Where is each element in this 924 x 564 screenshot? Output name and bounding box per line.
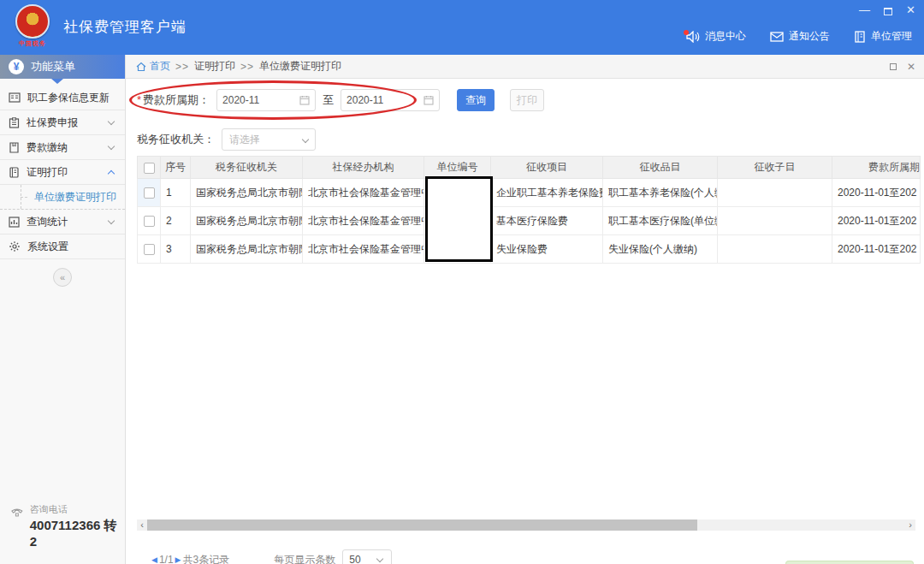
col-agency: 社保经办机构 bbox=[303, 157, 424, 179]
bookmark-icon bbox=[9, 142, 20, 153]
col-period: 费款所属期 bbox=[832, 157, 921, 179]
period-from-input[interactable]: 2020-11 bbox=[216, 89, 316, 111]
col-levy-project: 征收项目 bbox=[491, 157, 603, 179]
cell-seq: 1 bbox=[161, 179, 191, 207]
chevron-down-icon bbox=[302, 136, 309, 143]
scroll-right-arrow[interactable]: › bbox=[905, 519, 915, 531]
breadcrumb: 首页 >> 证明打印 >> 单位缴费证明打印 ✕ bbox=[126, 55, 924, 79]
table-row[interactable]: 2 国家税务总局北京市朝阳区... 北京市社会保险基金管理中... 基本医疗保险… bbox=[138, 207, 921, 235]
envelope-icon bbox=[770, 32, 784, 42]
col-tax-office: 税务征收机关 bbox=[191, 157, 303, 179]
sidebar: ¥ 功能菜单 职工参保信息更新 社保费申报 费款缴纳 bbox=[0, 55, 126, 564]
unit-management-button[interactable]: 单位管理 bbox=[854, 29, 912, 44]
phone-caption: 咨询电话 bbox=[30, 503, 126, 516]
tax-office-label: 税务征收机关： bbox=[137, 132, 215, 147]
period-to-input[interactable]: 2020-11 bbox=[341, 89, 440, 111]
calendar-icon bbox=[424, 95, 434, 105]
sidebar-menu: 职工参保信息更新 社保费申报 费款缴纳 证明打印 bbox=[0, 86, 125, 287]
sidebar-item-unit-payment-certificate-print[interactable]: 单位缴费证明打印 bbox=[0, 185, 125, 210]
panel-restore-icon[interactable] bbox=[890, 63, 897, 70]
clipboard-icon bbox=[9, 117, 20, 128]
logo-caption: 中国税务 bbox=[12, 39, 53, 48]
cell-levy-project: 企业职工基本养老保险费 bbox=[491, 179, 603, 207]
sidebar-item-fee-payment[interactable]: 费款缴纳 bbox=[0, 135, 125, 160]
notification-badge bbox=[684, 30, 689, 35]
horizontal-scrollbar[interactable]: ‹ › bbox=[137, 519, 915, 531]
per-page-select[interactable]: 50 bbox=[342, 549, 392, 564]
id-card-icon bbox=[9, 92, 21, 103]
col-seq: 序号 bbox=[161, 157, 191, 179]
table-header-row: 序号 税务征收机关 社保经办机构 单位编号 征收项目 征收品目 征收子目 费款所… bbox=[138, 157, 921, 179]
close-button[interactable]: ✕ bbox=[906, 3, 915, 17]
row-checkbox[interactable] bbox=[144, 244, 155, 255]
tax-office-select[interactable]: 请选择 bbox=[222, 128, 316, 151]
scrollbar-thumb[interactable] bbox=[147, 519, 697, 531]
panel-close-icon[interactable]: ✕ bbox=[907, 61, 915, 73]
select-all-cell bbox=[138, 157, 161, 179]
pagination: ◀ 1/1 ▶ 共3条记录 每页显示条数 50 bbox=[150, 549, 392, 564]
required-asterisk: * bbox=[137, 93, 141, 106]
row-checkbox[interactable] bbox=[144, 187, 155, 199]
redaction-box bbox=[425, 176, 493, 262]
tax-office-placeholder: 请选择 bbox=[229, 133, 260, 147]
scrollbar-track[interactable] bbox=[147, 519, 905, 531]
record-count: 共3条记录 bbox=[183, 553, 230, 564]
sidebar-item-social-fee-declare[interactable]: 社保费申报 bbox=[0, 110, 125, 135]
sidebar-collapse-button[interactable]: « bbox=[53, 268, 72, 287]
cell-levy-subitem bbox=[718, 207, 832, 235]
app-title: 社保费管理客户端 bbox=[63, 17, 187, 37]
unit-management-label: 单位管理 bbox=[871, 29, 912, 44]
sidebar-item-query-statistics[interactable]: 查询统计 bbox=[0, 210, 125, 235]
cell-agency: 北京市社会保险基金管理中... bbox=[303, 235, 424, 264]
next-page-button[interactable]: ▶ bbox=[174, 555, 183, 564]
per-page-label: 每页显示条数 bbox=[274, 553, 335, 564]
breadcrumb-item-certificate-print[interactable]: 证明打印 bbox=[194, 59, 235, 74]
table-row[interactable]: 1 国家税务总局北京市朝阳区... 北京市社会保险基金管理中... 企业职工基本… bbox=[138, 179, 921, 207]
scroll-left-arrow[interactable]: ‹ bbox=[137, 519, 147, 531]
chevron-up-icon bbox=[108, 169, 115, 176]
cell-levy-subitem bbox=[718, 235, 832, 264]
cell-tax-office: 国家税务总局北京市朝阳区... bbox=[191, 207, 303, 235]
sidebar-item-certificate-print[interactable]: 证明打印 bbox=[0, 160, 125, 185]
sidebar-item-label: 职工参保信息更新 bbox=[27, 91, 116, 105]
period-to-label: 至 bbox=[323, 92, 334, 108]
chevron-down-icon bbox=[108, 217, 115, 223]
breadcrumb-separator: >> bbox=[175, 61, 189, 73]
breadcrumb-home[interactable]: 首页 bbox=[136, 59, 170, 74]
restore-button[interactable] bbox=[884, 3, 892, 17]
cell-levy-subitem bbox=[718, 179, 832, 207]
china-tax-logo: 中国税务 bbox=[12, 4, 53, 52]
message-center-button[interactable]: 消息中心 bbox=[686, 29, 746, 44]
row-checkbox[interactable] bbox=[144, 216, 155, 227]
main-content: 首页 >> 证明打印 >> 单位缴费证明打印 ✕ *费款所属期： 2020-11… bbox=[126, 55, 924, 564]
sidebar-item-system-settings[interactable]: 系统设置 bbox=[0, 235, 125, 259]
prev-page-button[interactable]: ◀ bbox=[150, 555, 159, 564]
breadcrumb-home-label: 首页 bbox=[150, 59, 170, 74]
sidebar-subitem-label: 单位缴费证明打印 bbox=[34, 190, 116, 205]
filter-row-period: *费款所属期： 2020-11 至 2020-11 查询 打印 bbox=[137, 89, 544, 111]
print-button: 打印 bbox=[510, 89, 544, 111]
cell-levy-project: 失业保险费 bbox=[491, 235, 603, 264]
table-row[interactable]: 3 国家税务总局北京市朝阳区... 北京市社会保险基金管理中... 失业保险费 … bbox=[138, 235, 921, 264]
select-all-checkbox[interactable] bbox=[144, 163, 155, 174]
cell-levy-item: 职工基本医疗保险(单位缴纳) bbox=[603, 207, 718, 235]
breadcrumb-item-unit-payment-print[interactable]: 单位缴费证明打印 bbox=[259, 59, 341, 74]
gear-icon bbox=[9, 240, 21, 252]
cell-levy-item: 失业保险(个人缴纳) bbox=[603, 235, 718, 264]
cell-seq: 3 bbox=[161, 235, 191, 264]
restore-icon bbox=[884, 8, 892, 15]
period-label: *费款所属期： bbox=[137, 92, 210, 108]
minimize-button[interactable]: — bbox=[859, 3, 870, 17]
breadcrumb-separator: >> bbox=[240, 61, 254, 73]
chevron-down-icon bbox=[108, 142, 115, 149]
col-levy-item: 征收品目 bbox=[603, 157, 718, 179]
query-button[interactable]: 查询 bbox=[457, 89, 495, 111]
sidebar-item-employee-insurance-update[interactable]: 职工参保信息更新 bbox=[0, 86, 125, 110]
cell-period: 2020-11-01至202 bbox=[832, 207, 921, 235]
sidebar-header-notch bbox=[51, 79, 63, 84]
cell-period: 2020-11-01至202 bbox=[832, 179, 921, 207]
support-phone-block: 咨询电话 4007112366 转 2 bbox=[0, 503, 126, 549]
sidebar-item-label: 查询统计 bbox=[27, 215, 102, 229]
results-table: 序号 税务征收机关 社保经办机构 单位编号 征收项目 征收品目 征收子目 费款所… bbox=[137, 156, 921, 264]
notice-button[interactable]: 通知公告 bbox=[770, 29, 830, 44]
